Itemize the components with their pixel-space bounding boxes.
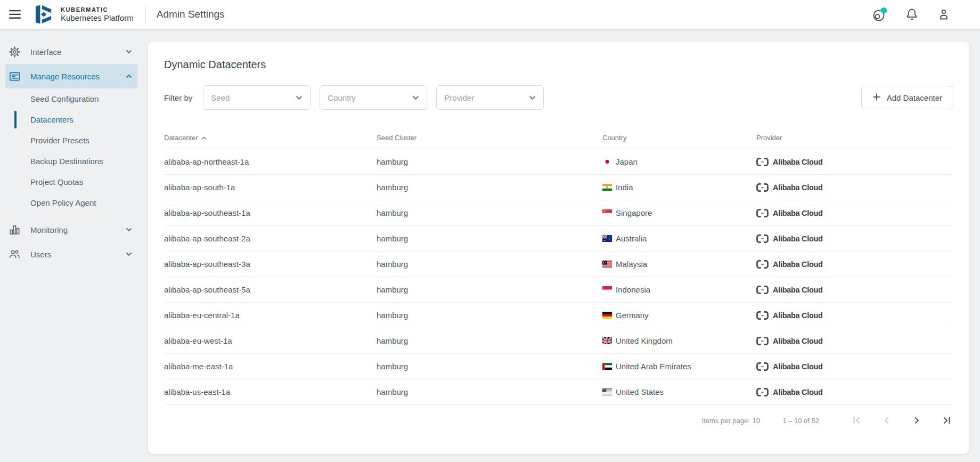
sidebar-group-2[interactable]: Monitoring: [5, 217, 137, 242]
table-row[interactable]: alibaba-eu-west-1ahamburgUnited KingdomA…: [164, 328, 953, 354]
provider-filter-placeholder: Provider: [444, 93, 529, 102]
datacenter-cell: alibaba-eu-west-1a: [164, 336, 377, 345]
column-header-country[interactable]: Country: [602, 134, 756, 142]
country-name: Japan: [616, 157, 638, 166]
chevron-down-icon: [126, 50, 132, 54]
next-page-icon[interactable]: [910, 414, 924, 427]
column-header-seed-cluster[interactable]: Seed Cluster: [377, 134, 602, 142]
provider-filter-select[interactable]: Provider: [436, 85, 544, 110]
alibaba-cloud-icon: [756, 234, 769, 243]
sidebar-group-label: Monitoring: [30, 225, 68, 234]
table-row[interactable]: alibaba-ap-northeast-1ahamburgJapanAliba…: [164, 149, 953, 175]
kubermatic-logo-icon[interactable]: [33, 5, 55, 24]
country-flag-icon: [602, 363, 612, 370]
provider-cell: Alibaba Cloud: [756, 260, 953, 269]
alibaba-cloud-icon: [756, 260, 769, 269]
paginator: Items per page: 10 1 – 10 of 52: [164, 405, 953, 436]
sidebar-group-0[interactable]: Interface: [5, 39, 137, 64]
table-row[interactable]: alibaba-ap-southeast-1ahamburgSingaporeA…: [164, 200, 953, 226]
table-row[interactable]: alibaba-eu-central-1ahamburgGermanyAliba…: [164, 303, 953, 328]
table-row[interactable]: alibaba-ap-southeast-2ahamburgAustraliaA…: [164, 226, 953, 252]
sidebar-subitem-5[interactable]: Open Policy Agent: [0, 192, 138, 213]
country-name: United Kingdom: [616, 336, 673, 345]
add-datacenter-button[interactable]: Add Datacenter: [861, 86, 953, 109]
country-cell: United States: [602, 387, 756, 396]
country-flag-icon: [602, 337, 612, 344]
country-name: Malaysia: [616, 260, 647, 269]
datacenter-cell: alibaba-ap-southeast-3a: [164, 260, 377, 269]
sidebar-group-1[interactable]: Manage Resources: [5, 64, 137, 88]
provider-cell: Alibaba Cloud: [756, 183, 953, 192]
datacenter-cell: alibaba-us-east-1a: [164, 387, 377, 396]
country-filter-placeholder: Country: [328, 93, 412, 102]
sidebar-subitem-label: Open Policy Agent: [30, 198, 96, 207]
provider-name: Alibaba Cloud: [773, 388, 823, 396]
last-page-icon[interactable]: [940, 414, 953, 427]
datacenter-cell: alibaba-eu-central-1a: [164, 311, 377, 320]
sidebar-subitem-2[interactable]: Provider Presets: [0, 130, 138, 151]
country-flag-icon: [602, 388, 612, 395]
country-name: United Arab Emirates: [616, 362, 691, 371]
table-row[interactable]: alibaba-me-east-1ahamburgUnited Arab Emi…: [164, 354, 953, 379]
table-row[interactable]: alibaba-us-east-1ahamburgUnited StatesAl…: [164, 379, 953, 405]
table-row[interactable]: alibaba-ap-southeast-3ahamburgMalaysiaAl…: [164, 252, 953, 277]
country-cell: Indonesia: [602, 285, 756, 294]
provider-name: Alibaba Cloud: [773, 209, 823, 217]
provider-cell: Alibaba Cloud: [756, 311, 953, 320]
datacenter-cell: alibaba-ap-southeast-1a: [164, 208, 377, 217]
chevron-down-icon: [529, 95, 536, 100]
seed-cluster-cell: hamburg: [377, 362, 602, 371]
bar-chart-icon: [9, 224, 20, 236]
first-page-icon[interactable]: [850, 414, 864, 427]
country-cell: Singapore: [602, 208, 756, 217]
provider-cell: Alibaba Cloud: [756, 286, 953, 294]
seed-filter-select[interactable]: Seed: [203, 85, 311, 110]
sidebar-subitem-label: Provider Presets: [30, 136, 89, 145]
provider-cell: Alibaba Cloud: [756, 388, 953, 396]
notification-bell-icon[interactable]: [903, 6, 920, 23]
table-row[interactable]: alibaba-ap-southeast-5ahamburgIndonesiaA…: [164, 277, 953, 303]
sidebar-subitem-1[interactable]: Datacenters: [0, 109, 138, 130]
country-flag-icon: [602, 158, 612, 165]
filter-row: Filter by Seed Country Provider Add Data…: [164, 85, 953, 110]
datacenter-cell: alibaba-ap-northeast-1a: [164, 157, 377, 166]
datacenter-cell: alibaba-ap-southeast-2a: [164, 234, 377, 243]
section-title: Dynamic Datacenters: [164, 42, 953, 71]
page-title: Admin Settings: [157, 9, 225, 20]
sort-asc-icon: [201, 134, 207, 142]
seed-cluster-cell: hamburg: [377, 285, 602, 294]
chevron-down-icon: [296, 95, 303, 100]
cluster-health-icon[interactable]: [871, 6, 888, 23]
datacenters-table: Datacenter Seed Cluster Country Provider…: [164, 127, 953, 405]
seed-cluster-cell: hamburg: [377, 157, 602, 166]
brand-line2: Kubernetes Platform: [61, 13, 134, 23]
table-body: alibaba-ap-northeast-1ahamburgJapanAliba…: [164, 149, 953, 405]
provider-name: Alibaba Cloud: [773, 234, 823, 243]
previous-page-icon[interactable]: [880, 414, 894, 427]
column-header-provider[interactable]: Provider: [756, 134, 953, 142]
chevron-down-icon: [412, 95, 419, 100]
country-filter-select[interactable]: Country: [320, 85, 427, 110]
seed-cluster-cell: hamburg: [377, 260, 602, 269]
country-flag-icon: [602, 235, 612, 242]
alibaba-cloud-icon: [756, 286, 769, 294]
menu-icon[interactable]: [4, 4, 26, 25]
sidebar-subitem-0[interactable]: Seed Configuration: [0, 88, 138, 109]
table-row[interactable]: alibaba-ap-south-1ahamburgIndiaAlibaba C…: [164, 175, 953, 200]
filter-by-label: Filter by: [164, 93, 192, 102]
column-header-datacenter[interactable]: Datacenter: [164, 134, 377, 142]
items-per-page-value[interactable]: 10: [753, 417, 760, 425]
brand-text: KUBERMATIC Kubernetes Platform: [61, 6, 134, 23]
country-flag-icon: [602, 286, 612, 293]
user-account-icon[interactable]: [935, 6, 952, 23]
sidebar-group-3[interactable]: Users: [5, 242, 137, 266]
provider-name: Alibaba Cloud: [773, 183, 823, 192]
provider-name: Alibaba Cloud: [773, 337, 823, 345]
brand-line1: KUBERMATIC: [61, 6, 134, 13]
sidebar-group-label: Manage Resources: [30, 72, 100, 81]
provider-name: Alibaba Cloud: [773, 311, 823, 320]
sidebar-subitem-3[interactable]: Backup Destinations: [0, 151, 138, 172]
sidebar-subitem-label: Datacenters: [30, 115, 74, 124]
sidebar-subitem-4[interactable]: Project Quotas: [0, 172, 138, 192]
items-per-page-label: Items per page:: [702, 417, 750, 425]
